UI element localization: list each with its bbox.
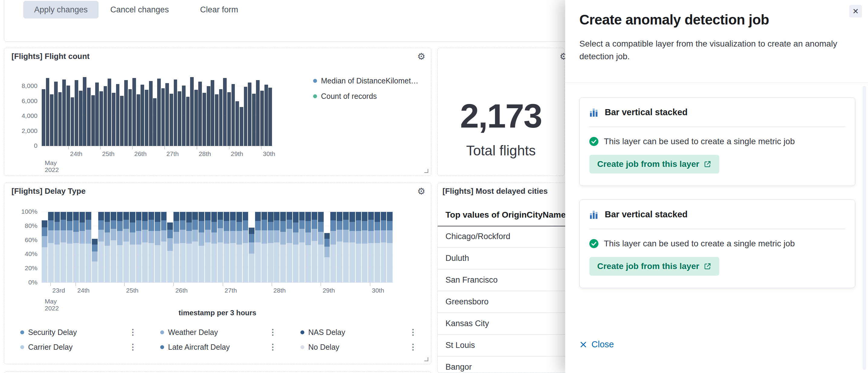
flight-count-bar (236, 101, 239, 146)
bar-segment (343, 230, 349, 242)
bar-segment (224, 231, 229, 244)
bar-segment (362, 221, 368, 230)
layer-title: Bar vertical stacked (605, 210, 688, 219)
y-axis-label: 2,000 (6, 127, 37, 134)
bar-segment (167, 222, 173, 229)
flight-count-bar (260, 91, 264, 146)
legend-item[interactable]: Count of records (313, 92, 418, 101)
bar-segment (236, 222, 242, 231)
bar-segment (224, 221, 229, 231)
delay-type-bar (274, 212, 280, 283)
bar-segment (318, 222, 324, 232)
external-link-icon (704, 160, 711, 168)
bar-segment (299, 229, 305, 242)
legend-item[interactable]: Late Aircraft Delay⋮ (160, 342, 279, 352)
bar-segment (305, 221, 311, 232)
legend-options-icon[interactable]: ⋮ (127, 342, 139, 352)
flight-count-bar (248, 83, 251, 146)
bar-segment (174, 232, 179, 244)
bar-segment (324, 247, 330, 257)
bar-segment (48, 220, 54, 230)
legend-item[interactable]: NAS Delay⋮ (301, 328, 419, 337)
bar-segment (60, 230, 66, 242)
bar-segment (42, 220, 48, 227)
bar-segment (111, 240, 116, 283)
delay-type-bar (337, 212, 342, 283)
bar-segment (218, 212, 223, 220)
flight-count-bar (112, 93, 116, 146)
bar-segment (192, 220, 198, 230)
x-axis-tick (51, 283, 51, 286)
delay-type-bar (255, 212, 261, 283)
legend-label: Carrier Delay (28, 343, 72, 351)
clear-form-button[interactable]: Clear form (200, 1, 238, 19)
bar-segment (92, 261, 98, 283)
bar-segment (230, 212, 236, 220)
legend-item[interactable]: Security Delay⋮ (20, 328, 139, 337)
legend-options-icon[interactable]: ⋮ (127, 328, 139, 337)
bar-segment (349, 242, 355, 283)
bar-segment (67, 221, 72, 230)
bar-segment (286, 212, 292, 220)
external-link-icon (704, 262, 711, 270)
delay-type-bar (243, 212, 248, 283)
flight-count-bar (219, 89, 223, 146)
bar-segment (280, 212, 286, 221)
legend-label: Late Aircraft Delay (168, 343, 230, 351)
x-axis-tick (370, 283, 370, 286)
gear-icon[interactable]: ⚙ (416, 186, 427, 197)
bar-segment (387, 230, 393, 243)
bar-segment (356, 212, 362, 220)
bar-segment (324, 233, 330, 239)
delay-type-bar (130, 212, 135, 283)
bar-segment (299, 242, 305, 283)
legend-options-icon[interactable]: ⋮ (407, 342, 419, 352)
y-axis-label: 80% (6, 222, 37, 229)
legend-options-icon[interactable]: ⋮ (407, 328, 419, 337)
x-axis-label: 28th (198, 150, 211, 157)
bar-segment (86, 230, 91, 244)
bar-segment (211, 212, 217, 222)
bar-segment (104, 232, 110, 246)
bar-segment (198, 246, 204, 283)
legend-options-icon[interactable]: ⋮ (267, 328, 279, 337)
cancel-changes-button[interactable]: Cancel changes (110, 1, 169, 19)
apply-changes-button[interactable]: Apply changes (23, 1, 98, 19)
legend-item[interactable]: Carrier Delay⋮ (20, 342, 139, 352)
panel-resize-handle[interactable] (424, 169, 428, 173)
x-axis-tick (174, 283, 174, 286)
legend-dot (301, 345, 304, 349)
create-job-button[interactable]: Create job from this layer (589, 155, 719, 174)
flight-count-bar (132, 78, 136, 146)
bar-segment (255, 230, 261, 242)
create-job-button[interactable]: Create job from this layer (589, 257, 719, 276)
bar-segment (218, 228, 223, 242)
bar-segment (381, 242, 386, 283)
close-flyout-link[interactable]: Close (579, 339, 614, 349)
legend-item[interactable]: Median of DistanceKilomet… (313, 76, 418, 85)
bar-segment (73, 232, 79, 243)
bar-segment (148, 220, 154, 231)
flight-count-bar (268, 88, 272, 146)
panel-resize-handle[interactable] (424, 357, 428, 361)
y-axis-label: 100% (6, 208, 37, 215)
legend-dot (20, 345, 24, 349)
bar-segment (230, 220, 236, 231)
x-axis-tick (229, 146, 229, 149)
legend-item[interactable]: No Delay⋮ (301, 342, 419, 352)
bar-segment (142, 212, 148, 221)
bar-segment (362, 212, 368, 221)
delay-type-bar (205, 212, 211, 283)
legend-item[interactable]: Weather Delay⋮ (160, 328, 279, 337)
flight-count-bar (240, 107, 243, 146)
bar-segment (261, 212, 267, 220)
legend-options-icon[interactable]: ⋮ (267, 342, 279, 352)
gear-icon[interactable]: ⚙ (416, 51, 427, 62)
flyout-scrollbar[interactable] (863, 86, 866, 370)
bar-segment (305, 232, 311, 245)
bar-segment (48, 230, 54, 243)
close-icon[interactable]: ✕ (849, 5, 862, 18)
delay-type-bar (362, 212, 368, 283)
panel-total-flights: ⚙ 2,173 Total flights (437, 48, 564, 176)
delay-type-bar (111, 212, 116, 283)
